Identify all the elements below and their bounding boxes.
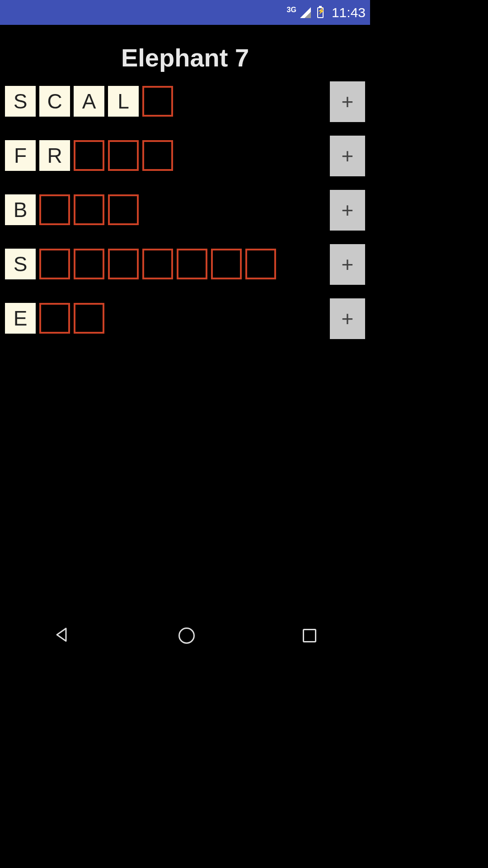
empty-tile[interactable] <box>74 249 104 279</box>
network-label: 3G <box>287 6 296 14</box>
hint-button-0[interactable]: + <box>330 81 365 122</box>
hint-button-1[interactable]: + <box>330 136 365 176</box>
game-content: S C A L + F R + B + S <box>0 86 370 334</box>
status-bar: 3G 11:43 <box>0 0 370 25</box>
page-title: Elephant 7 <box>0 35 370 86</box>
signal-icon <box>300 7 311 18</box>
nav-home-button[interactable] <box>178 627 195 644</box>
empty-tile[interactable] <box>39 194 70 225</box>
tiles-row-0: S C A L <box>5 86 173 117</box>
hint-button-2[interactable]: + <box>330 190 365 231</box>
hint-button-4[interactable]: + <box>330 298 365 339</box>
empty-tile[interactable] <box>245 249 276 279</box>
letter-tile[interactable]: A <box>74 86 104 117</box>
word-row-3: S + <box>5 249 365 279</box>
word-row-2: B + <box>5 194 365 225</box>
letter-tile[interactable]: C <box>39 86 70 117</box>
battery-icon <box>317 7 324 18</box>
empty-tile[interactable] <box>142 140 173 171</box>
word-row-4: E + <box>5 303 365 334</box>
letter-tile[interactable]: R <box>39 140 70 171</box>
empty-tile[interactable] <box>39 303 70 334</box>
letter-tile[interactable]: S <box>5 249 36 279</box>
tiles-row-3: S <box>5 249 276 279</box>
empty-tile[interactable] <box>74 303 104 334</box>
empty-tile[interactable] <box>74 140 104 171</box>
letter-tile[interactable]: S <box>5 86 36 117</box>
empty-tile[interactable] <box>108 249 139 279</box>
tiles-row-4: E <box>5 303 104 334</box>
empty-tile[interactable] <box>177 249 207 279</box>
tiles-row-1: F R <box>5 140 173 171</box>
nav-recent-button[interactable] <box>303 629 316 642</box>
empty-tile[interactable] <box>211 249 242 279</box>
hint-button-3[interactable]: + <box>330 244 365 285</box>
empty-tile[interactable] <box>74 194 104 225</box>
app-bar-spacer <box>0 25 370 35</box>
word-row-1: F R + <box>5 140 365 171</box>
letter-tile[interactable]: F <box>5 140 36 171</box>
letter-tile[interactable]: E <box>5 303 36 334</box>
empty-tile[interactable] <box>39 249 70 279</box>
word-row-0: S C A L + <box>5 86 365 117</box>
nav-back-button[interactable] <box>54 627 70 645</box>
back-icon <box>54 627 70 643</box>
tiles-row-2: B <box>5 194 139 225</box>
empty-tile[interactable] <box>142 249 173 279</box>
clock-time: 11:43 <box>332 5 366 20</box>
letter-tile[interactable]: L <box>108 86 139 117</box>
empty-tile[interactable] <box>108 194 139 225</box>
letter-tile[interactable]: B <box>5 194 36 225</box>
empty-tile[interactable] <box>142 86 173 117</box>
empty-tile[interactable] <box>108 140 139 171</box>
navigation-bar <box>0 613 370 658</box>
